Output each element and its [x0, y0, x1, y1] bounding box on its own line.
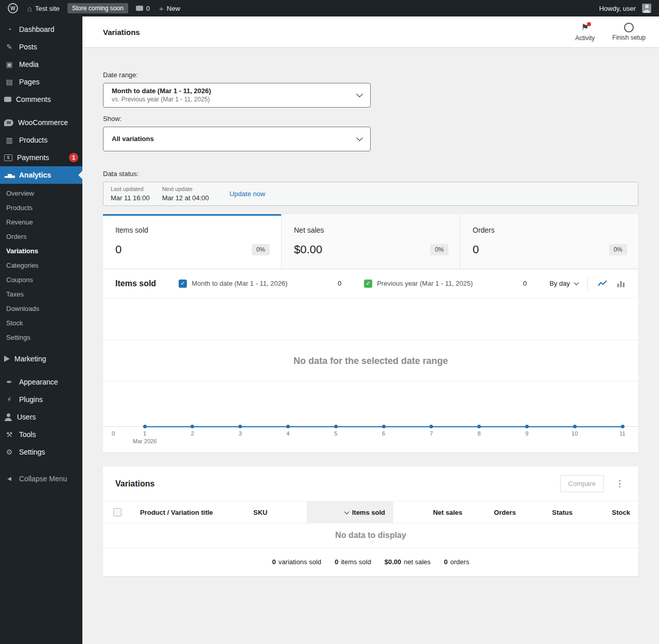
variations-title: Variations — [115, 479, 154, 489]
submenu-item-settings[interactable]: Settings — [0, 330, 82, 345]
submenu-item-orders[interactable]: Orders — [0, 230, 82, 244]
collapse-menu-button[interactable]: ◀ Collapse Menu — [0, 470, 82, 488]
sidebar-item-label: WooCommerce — [18, 117, 78, 128]
chevron-down-icon — [356, 134, 363, 141]
sidebar-item-posts[interactable]: ✎Posts — [0, 38, 82, 56]
checkbox-checked-icon[interactable]: ✓ — [179, 280, 187, 288]
sidebar-item-label: Pages — [19, 77, 78, 87]
chart-legend-item[interactable]: ✓Month to date (Mar 1 - 11, 2026)0 — [179, 280, 364, 288]
data-status-columns: Last updatedMar 11 16:00Next updateMar 1… — [111, 186, 221, 202]
column-header-items-sold[interactable]: Items sold — [307, 501, 393, 523]
data-status-label: Data status: — [103, 170, 638, 178]
x-axis-tick-label: 8 — [478, 430, 481, 437]
submenu-item-downloads[interactable]: Downloads — [0, 302, 82, 316]
sidebar-item-marketing[interactable]: Marketing — [0, 350, 82, 368]
summary-tile-items-sold[interactable]: Items sold00% — [103, 214, 281, 269]
line-chart-icon[interactable] — [597, 279, 608, 289]
table-summary: 0variations sold0items sold$0.00net sale… — [103, 548, 638, 576]
show-select[interactable]: All variations — [103, 127, 371, 151]
sidebar-item-analytics[interactable]: ▂▅▃Analytics — [0, 166, 82, 184]
column-header-sku[interactable]: SKU — [245, 501, 307, 523]
submenu-item-categories[interactable]: Categories — [0, 258, 82, 273]
x-axis-tick-label: 0 — [112, 430, 115, 437]
submenu-item-taxes[interactable]: Taxes — [0, 287, 82, 302]
sidebar-item-dashboard[interactable]: ◔Dashboard — [0, 21, 82, 38]
tile-delta-badge: 0% — [430, 244, 448, 255]
show-value: All variations — [112, 135, 154, 143]
variations-card-header: Variations Compare ⋮ — [103, 466, 638, 501]
sidebar-item-woocommerce[interactable]: WooCommerce — [0, 114, 82, 131]
submenu-item-products[interactable]: Products — [0, 201, 82, 215]
summary-stat: $0.00net sales — [385, 558, 431, 566]
interval-value: By day — [549, 280, 570, 287]
x-axis-tick: 11 — [619, 430, 625, 437]
sidebar-item-settings[interactable]: ⚙Settings — [0, 443, 82, 461]
admin-bar: W ⌂ Test site Store coming soon 0 + New … — [0, 0, 659, 16]
plus-icon: + — [159, 4, 164, 13]
submenu-item-variations[interactable]: Variations — [0, 244, 82, 258]
sidebar-item-comments[interactable]: Comments — [0, 91, 82, 108]
interval-select[interactable]: By day — [549, 280, 578, 287]
dashboard-icon: ◔ — [4, 26, 14, 33]
chart-legend-item[interactable]: ✓Previous year (Mar 1 - 11, 2025)0 — [364, 280, 549, 288]
sidebar-item-appearance[interactable]: ✒Appearance — [0, 373, 82, 391]
chart-header: Items sold ✓Month to date (Mar 1 - 11, 2… — [103, 269, 638, 298]
submenu-item-overview[interactable]: Overview — [0, 186, 82, 201]
admin-bar-new[interactable]: + New — [154, 0, 185, 16]
admin-bar-left: W ⌂ Test site Store coming soon 0 + New — [3, 0, 185, 16]
select-all-checkbox[interactable] — [113, 508, 122, 516]
column-header-label: Orders — [494, 509, 516, 516]
sidebar-item-payments[interactable]: $Payments1 — [0, 149, 82, 166]
date-range-secondary: vs. Previous year (Mar 1 - 11, 2025) — [112, 96, 211, 103]
sidebar-item-pages[interactable]: ▤Pages — [0, 73, 82, 91]
wordpress-menu[interactable]: W — [3, 0, 23, 16]
coming-soon-badge[interactable]: Store coming soon — [67, 3, 128, 13]
sidebar-item-users[interactable]: Users — [0, 408, 82, 426]
admin-bar-comments[interactable]: 0 — [131, 0, 154, 16]
sidebar-item-tools[interactable]: ⚒Tools — [0, 426, 82, 443]
collapse-menu-label: Collapse Menu — [19, 474, 78, 484]
sidebar-item-media[interactable]: ▣Media — [0, 56, 82, 73]
sidebar-item-label: Analytics — [19, 170, 78, 180]
summary-tile-orders[interactable]: Orders00% — [460, 214, 638, 269]
x-axis-tick-label: 2 — [191, 430, 194, 437]
x-axis-tick-label: 4 — [286, 430, 289, 437]
checkbox-checked-icon[interactable]: ✓ — [364, 280, 372, 288]
summary-stat-value: 0 — [335, 558, 338, 566]
date-range-primary: Month to date (Mar 1 - 11, 2026) — [112, 87, 211, 95]
page-header: Variations ⚑ Activity Finish setup — [82, 16, 659, 47]
summary-stat-label: net sales — [404, 558, 430, 566]
more-options-icon[interactable]: ⋮ — [613, 479, 626, 488]
submenu-item-stock[interactable]: Stock — [0, 316, 82, 330]
data-status-column: Last updatedMar 11 16:00 — [111, 186, 150, 202]
woocommerce-icon — [4, 119, 13, 126]
setup-progress-icon — [624, 23, 634, 32]
submenu-item-revenue[interactable]: Revenue — [0, 215, 82, 230]
activity-button[interactable]: ⚑ Activity — [575, 23, 595, 42]
column-header-orders[interactable]: Orders — [471, 501, 524, 523]
compare-button[interactable]: Compare — [560, 475, 604, 492]
legend-series-label: Previous year (Mar 1 - 11, 2025) — [377, 280, 473, 287]
column-header-product-variation-title[interactable]: Product / Variation title — [132, 501, 245, 523]
sidebar-item-label: Users — [17, 412, 78, 422]
column-header-net-sales[interactable]: Net sales — [393, 501, 471, 523]
site-name-menu[interactable]: ⌂ Test site — [23, 0, 64, 16]
howdy-menu[interactable]: Howdy, user — [595, 0, 656, 16]
column-header-status[interactable]: Status — [524, 501, 581, 523]
submenu-item-coupons[interactable]: Coupons — [0, 273, 82, 287]
bar-chart-icon[interactable] — [616, 279, 626, 289]
update-now-link[interactable]: Update now — [230, 190, 265, 198]
activity-flag-icon: ⚑ — [581, 23, 589, 33]
x-axis-tick-label: 3 — [239, 430, 242, 437]
column-header-stock[interactable]: Stock — [581, 501, 638, 523]
tile-label: Net sales — [294, 226, 447, 234]
sidebar-item-products[interactable]: ▥Products — [0, 131, 82, 149]
date-range-select[interactable]: Month to date (Mar 1 - 11, 2026) vs. Pre… — [103, 83, 371, 108]
status-column-label: Next update — [162, 186, 209, 192]
summary-tile-net-sales[interactable]: Net sales$0.000% — [281, 214, 460, 269]
tile-label: Items sold — [115, 226, 269, 234]
summary-stat: 0items sold — [335, 558, 371, 566]
sidebar-item-plugins[interactable]: ⚡Plugins — [0, 391, 82, 408]
tools-icon: ⚒ — [4, 431, 14, 438]
finish-setup-button[interactable]: Finish setup — [612, 23, 646, 42]
